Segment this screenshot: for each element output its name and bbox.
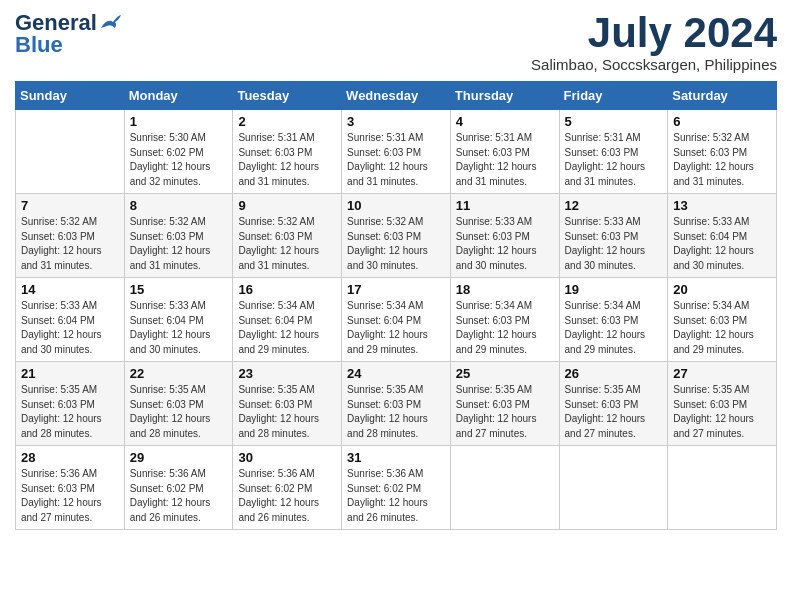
- day-info: Sunrise: 5:31 AM Sunset: 6:03 PM Dayligh…: [565, 131, 663, 189]
- day-info: Sunrise: 5:36 AM Sunset: 6:03 PM Dayligh…: [21, 467, 119, 525]
- calendar-cell: 21Sunrise: 5:35 AM Sunset: 6:03 PM Dayli…: [16, 362, 125, 446]
- day-number: 12: [565, 198, 663, 213]
- calendar-cell: 25Sunrise: 5:35 AM Sunset: 6:03 PM Dayli…: [450, 362, 559, 446]
- calendar-cell: 11Sunrise: 5:33 AM Sunset: 6:03 PM Dayli…: [450, 194, 559, 278]
- col-tuesday: Tuesday: [233, 82, 342, 110]
- page-header: General Blue July 2024 Salimbao, Soccsks…: [15, 10, 777, 73]
- day-number: 15: [130, 282, 228, 297]
- day-info: Sunrise: 5:31 AM Sunset: 6:03 PM Dayligh…: [347, 131, 445, 189]
- day-number: 21: [21, 366, 119, 381]
- day-info: Sunrise: 5:34 AM Sunset: 6:03 PM Dayligh…: [456, 299, 554, 357]
- day-number: 13: [673, 198, 771, 213]
- day-info: Sunrise: 5:33 AM Sunset: 6:04 PM Dayligh…: [673, 215, 771, 273]
- calendar-cell: 5Sunrise: 5:31 AM Sunset: 6:03 PM Daylig…: [559, 110, 668, 194]
- calendar-cell: [668, 446, 777, 530]
- calendar-body: 1Sunrise: 5:30 AM Sunset: 6:02 PM Daylig…: [16, 110, 777, 530]
- calendar-cell: 31Sunrise: 5:36 AM Sunset: 6:02 PM Dayli…: [342, 446, 451, 530]
- day-number: 8: [130, 198, 228, 213]
- day-number: 18: [456, 282, 554, 297]
- day-number: 7: [21, 198, 119, 213]
- day-number: 16: [238, 282, 336, 297]
- calendar-cell: 10Sunrise: 5:32 AM Sunset: 6:03 PM Dayli…: [342, 194, 451, 278]
- day-number: 4: [456, 114, 554, 129]
- day-info: Sunrise: 5:32 AM Sunset: 6:03 PM Dayligh…: [238, 215, 336, 273]
- day-info: Sunrise: 5:35 AM Sunset: 6:03 PM Dayligh…: [21, 383, 119, 441]
- calendar-cell: 29Sunrise: 5:36 AM Sunset: 6:02 PM Dayli…: [124, 446, 233, 530]
- day-info: Sunrise: 5:36 AM Sunset: 6:02 PM Dayligh…: [238, 467, 336, 525]
- title-block: July 2024 Salimbao, Soccsksargen, Philip…: [531, 10, 777, 73]
- day-info: Sunrise: 5:33 AM Sunset: 6:04 PM Dayligh…: [21, 299, 119, 357]
- day-number: 20: [673, 282, 771, 297]
- calendar-table: Sunday Monday Tuesday Wednesday Thursday…: [15, 81, 777, 530]
- day-info: Sunrise: 5:32 AM Sunset: 6:03 PM Dayligh…: [21, 215, 119, 273]
- day-number: 10: [347, 198, 445, 213]
- day-number: 28: [21, 450, 119, 465]
- location-subtitle: Salimbao, Soccsksargen, Philippines: [531, 56, 777, 73]
- day-number: 14: [21, 282, 119, 297]
- day-number: 9: [238, 198, 336, 213]
- calendar-cell: 2Sunrise: 5:31 AM Sunset: 6:03 PM Daylig…: [233, 110, 342, 194]
- calendar-cell: 23Sunrise: 5:35 AM Sunset: 6:03 PM Dayli…: [233, 362, 342, 446]
- col-sunday: Sunday: [16, 82, 125, 110]
- logo-bird-icon: [99, 14, 121, 32]
- week-row-2: 7Sunrise: 5:32 AM Sunset: 6:03 PM Daylig…: [16, 194, 777, 278]
- calendar-cell: 4Sunrise: 5:31 AM Sunset: 6:03 PM Daylig…: [450, 110, 559, 194]
- month-title: July 2024: [531, 10, 777, 56]
- calendar-cell: 26Sunrise: 5:35 AM Sunset: 6:03 PM Dayli…: [559, 362, 668, 446]
- calendar-cell: 12Sunrise: 5:33 AM Sunset: 6:03 PM Dayli…: [559, 194, 668, 278]
- day-number: 5: [565, 114, 663, 129]
- logo: General Blue: [15, 10, 121, 58]
- day-info: Sunrise: 5:30 AM Sunset: 6:02 PM Dayligh…: [130, 131, 228, 189]
- calendar-cell: 16Sunrise: 5:34 AM Sunset: 6:04 PM Dayli…: [233, 278, 342, 362]
- day-info: Sunrise: 5:32 AM Sunset: 6:03 PM Dayligh…: [130, 215, 228, 273]
- day-number: 31: [347, 450, 445, 465]
- calendar-header: Sunday Monday Tuesday Wednesday Thursday…: [16, 82, 777, 110]
- calendar-cell: 7Sunrise: 5:32 AM Sunset: 6:03 PM Daylig…: [16, 194, 125, 278]
- day-info: Sunrise: 5:34 AM Sunset: 6:03 PM Dayligh…: [673, 299, 771, 357]
- day-number: 25: [456, 366, 554, 381]
- calendar-cell: 1Sunrise: 5:30 AM Sunset: 6:02 PM Daylig…: [124, 110, 233, 194]
- day-number: 23: [238, 366, 336, 381]
- calendar-cell: 20Sunrise: 5:34 AM Sunset: 6:03 PM Dayli…: [668, 278, 777, 362]
- day-info: Sunrise: 5:32 AM Sunset: 6:03 PM Dayligh…: [347, 215, 445, 273]
- day-number: 27: [673, 366, 771, 381]
- col-friday: Friday: [559, 82, 668, 110]
- day-info: Sunrise: 5:33 AM Sunset: 6:04 PM Dayligh…: [130, 299, 228, 357]
- day-number: 3: [347, 114, 445, 129]
- week-row-4: 21Sunrise: 5:35 AM Sunset: 6:03 PM Dayli…: [16, 362, 777, 446]
- week-row-1: 1Sunrise: 5:30 AM Sunset: 6:02 PM Daylig…: [16, 110, 777, 194]
- day-info: Sunrise: 5:33 AM Sunset: 6:03 PM Dayligh…: [456, 215, 554, 273]
- day-number: 19: [565, 282, 663, 297]
- day-number: 11: [456, 198, 554, 213]
- calendar-cell: 30Sunrise: 5:36 AM Sunset: 6:02 PM Dayli…: [233, 446, 342, 530]
- calendar-cell: 18Sunrise: 5:34 AM Sunset: 6:03 PM Dayli…: [450, 278, 559, 362]
- calendar-cell: 24Sunrise: 5:35 AM Sunset: 6:03 PM Dayli…: [342, 362, 451, 446]
- calendar-cell: 17Sunrise: 5:34 AM Sunset: 6:04 PM Dayli…: [342, 278, 451, 362]
- day-number: 22: [130, 366, 228, 381]
- day-number: 17: [347, 282, 445, 297]
- calendar-cell: 19Sunrise: 5:34 AM Sunset: 6:03 PM Dayli…: [559, 278, 668, 362]
- calendar-cell: 8Sunrise: 5:32 AM Sunset: 6:03 PM Daylig…: [124, 194, 233, 278]
- day-number: 30: [238, 450, 336, 465]
- col-monday: Monday: [124, 82, 233, 110]
- week-row-3: 14Sunrise: 5:33 AM Sunset: 6:04 PM Dayli…: [16, 278, 777, 362]
- day-info: Sunrise: 5:35 AM Sunset: 6:03 PM Dayligh…: [238, 383, 336, 441]
- day-number: 26: [565, 366, 663, 381]
- calendar-cell: 15Sunrise: 5:33 AM Sunset: 6:04 PM Dayli…: [124, 278, 233, 362]
- day-info: Sunrise: 5:34 AM Sunset: 6:04 PM Dayligh…: [347, 299, 445, 357]
- calendar-cell: 27Sunrise: 5:35 AM Sunset: 6:03 PM Dayli…: [668, 362, 777, 446]
- logo-blue: Blue: [15, 32, 63, 58]
- calendar-cell: 13Sunrise: 5:33 AM Sunset: 6:04 PM Dayli…: [668, 194, 777, 278]
- col-saturday: Saturday: [668, 82, 777, 110]
- day-info: Sunrise: 5:35 AM Sunset: 6:03 PM Dayligh…: [565, 383, 663, 441]
- col-wednesday: Wednesday: [342, 82, 451, 110]
- day-info: Sunrise: 5:34 AM Sunset: 6:04 PM Dayligh…: [238, 299, 336, 357]
- calendar-cell: 6Sunrise: 5:32 AM Sunset: 6:03 PM Daylig…: [668, 110, 777, 194]
- day-info: Sunrise: 5:35 AM Sunset: 6:03 PM Dayligh…: [130, 383, 228, 441]
- calendar-cell: 28Sunrise: 5:36 AM Sunset: 6:03 PM Dayli…: [16, 446, 125, 530]
- calendar-cell: 3Sunrise: 5:31 AM Sunset: 6:03 PM Daylig…: [342, 110, 451, 194]
- day-info: Sunrise: 5:34 AM Sunset: 6:03 PM Dayligh…: [565, 299, 663, 357]
- day-info: Sunrise: 5:35 AM Sunset: 6:03 PM Dayligh…: [673, 383, 771, 441]
- calendar-cell: [559, 446, 668, 530]
- col-thursday: Thursday: [450, 82, 559, 110]
